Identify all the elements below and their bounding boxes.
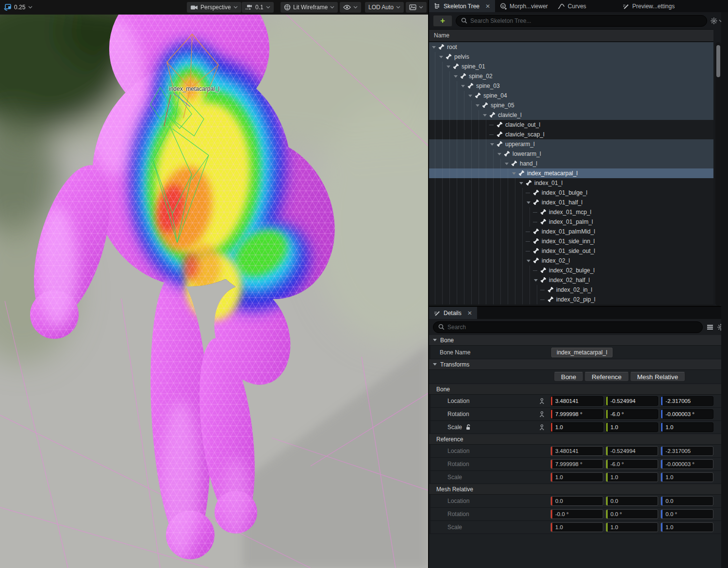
expander-arrow-icon[interactable] [497,153,501,157]
expander-arrow-icon[interactable] [490,143,494,148]
tree-row-spine_03[interactable]: spine_03 [429,81,713,91]
expander-arrow-icon[interactable] [439,56,443,60]
expander-arrow-icon[interactable] [527,260,530,264]
expander-arrow-icon[interactable] [454,75,458,80]
tree-row-index_01_palmMid_l[interactable]: index_01_palmMid_l [429,227,713,236]
tree-row-lowerarm_l[interactable]: lowerarm_l [429,149,713,159]
expander-arrow-icon[interactable] [519,182,523,186]
close-icon[interactable]: ✕ [467,310,472,317]
tree-row-index_02_l[interactable]: index_02_l [429,256,713,266]
tree-row-index_01_side_out_l[interactable]: index_01_side_out_l [429,246,713,256]
skeleton-tree-search-input[interactable] [470,17,702,24]
camera-speed-button[interactable]: 0.1 [242,2,274,13]
transform-group-reference[interactable]: Reference [429,434,728,445]
tree-row-spine_02[interactable]: spine_02 [429,71,713,81]
details-search[interactable] [433,321,703,333]
close-icon[interactable]: ✕ [485,3,490,10]
reference-scale-row: Scale1.01.01.0 [429,471,728,484]
tab-skeleton-tree[interactable]: Skeleton Tree✕ [429,0,495,12]
bone-row-label: spine_02 [469,73,493,80]
viewport-3d[interactable]: index_metacarpal_l 0.25 Perspective 0.1 … [0,0,428,568]
tree-row-upperarm_l[interactable]: upperarm_l [429,139,713,149]
tree-row-index_02_in_l[interactable]: index_02_in_l [429,285,713,295]
bone-scale-y-field[interactable]: 1.0 [606,422,659,432]
tab-preview-ettings[interactable]: Preview...ettings [618,0,679,12]
tree-row-clavicle_out_l[interactable]: clavicle_out_l [429,120,713,130]
leaf-connector [489,125,494,125]
chevron-down-icon [330,6,334,9]
expander-arrow-icon[interactable] [527,201,530,206]
expander-arrow-icon[interactable] [468,95,472,99]
tree-column-header[interactable]: Name [429,29,713,42]
axis-gizmo-icon[interactable] [538,398,546,404]
tree-row-index_02_half_l[interactable]: index_02_half_l [429,275,713,285]
tree-row-index_01_palm_l[interactable]: index_01_palm_l [429,217,713,227]
viewport-bone-label: index_metacarpal_l [169,85,219,92]
expander-arrow-icon[interactable] [483,114,487,118]
tree-row-index_02_bulge_l[interactable]: index_02_bulge_l [429,266,713,275]
tree-row-spine_04[interactable]: spine_04 [429,91,713,100]
expander-arrow-icon[interactable] [534,279,538,284]
section-bone[interactable]: Bone [429,335,728,346]
screenshot-button[interactable] [406,2,427,13]
bone-rotation-z-field[interactable]: -0.000003 ° [661,409,713,419]
gear-icon[interactable] [711,17,717,24]
tree-row-root[interactable]: root [429,42,713,52]
display-filter-icon[interactable] [707,324,713,330]
bone-button[interactable]: Bone [554,372,583,382]
expander-arrow-icon[interactable] [512,172,516,177]
bone-row-label: spine_01 [462,63,485,70]
axis-gizmo-icon[interactable] [538,411,546,418]
tree-row-index_02_pip_l[interactable]: index_02_pip_l [429,295,713,304]
tab-morph-viewer[interactable]: Morph...viewer [495,0,553,12]
add-bone-button[interactable]: + [433,15,452,27]
tab-curves[interactable]: Curves [553,0,591,12]
tree-row-clavicle_l[interactable]: clavicle_l [429,110,713,120]
tab-details[interactable]: Details ✕ [429,307,477,319]
bone-row-label: pelvis [454,53,469,60]
tree-row-pelvis[interactable]: pelvis [429,52,713,62]
transform-group-bone[interactable]: Bone [429,384,728,395]
bone-scale-x-field[interactable]: 1.0 [550,422,603,432]
details-search-input[interactable] [447,324,697,331]
expander-arrow-icon[interactable] [447,66,450,70]
tree-row-clavicle_scap_l[interactable]: clavicle_scap_l [429,130,713,139]
bone-rotation-x-field[interactable]: 7.999998 ° [550,409,603,419]
tree-scrollbar-thumb[interactable] [716,45,720,77]
bone-location-y-field[interactable]: -0.524994 [606,396,659,406]
expander-arrow-icon[interactable] [476,104,480,109]
tree-row-index_01_half_l[interactable]: index_01_half_l [429,198,713,207]
expander-arrow-icon[interactable] [461,85,465,89]
tree-row-index_01_l[interactable]: index_01_l [429,178,713,188]
tree-row-spine_01[interactable]: spine_01 [429,62,713,71]
panel-scroll-gutter[interactable] [721,12,728,568]
expander-arrow-icon[interactable] [505,163,509,167]
property-label: Location [447,498,469,504]
lock-open-icon[interactable] [465,424,471,430]
tree-row-index_01_side_inn_l[interactable]: index_01_side_inn_l [429,236,713,246]
tree-scrollbar[interactable] [715,42,721,306]
skeleton-tree-search[interactable] [456,15,707,27]
perspective-button[interactable]: Perspective [187,2,241,13]
tree-row-index_metacarpal_l[interactable]: index_metacarpal_l [429,168,713,178]
tree-row-spine_05[interactable]: spine_05 [429,100,713,110]
lod-button[interactable]: LOD Auto [365,2,404,13]
expander-arrow-icon[interactable] [432,46,436,50]
section-transforms[interactable]: Transforms [429,359,728,370]
view-mode-button[interactable]: Lit Wireframe [281,2,338,13]
bone-location-x-field[interactable]: 3.480141 [550,396,603,406]
screen-percentage-control[interactable]: 0.25 [4,2,33,13]
transform-group-mesh-relative[interactable]: Mesh Relative [429,484,728,495]
bone-location-z-field[interactable]: -2.317005 [661,396,713,406]
group-title: Reference [436,436,463,443]
mesh-relative-button[interactable]: Mesh Relative [630,372,685,382]
tree-row-hand_l[interactable]: hand_l [429,159,713,168]
reference-button[interactable]: Reference [584,372,629,382]
bone-scale-z-field[interactable]: 1.0 [661,422,713,432]
unreal-skeleton-editor: index_metacarpal_l 0.25 Perspective 0.1 … [0,0,728,568]
tree-row-index_01_bulge_l[interactable]: index_01_bulge_l [429,188,713,198]
bone-rotation-y-field[interactable]: -6.0 ° [606,409,659,419]
axis-gizmo-icon[interactable] [538,424,546,431]
show-flags-button[interactable] [340,2,361,13]
tree-row-index_01_mcp_l[interactable]: index_01_mcp_l [429,207,713,217]
